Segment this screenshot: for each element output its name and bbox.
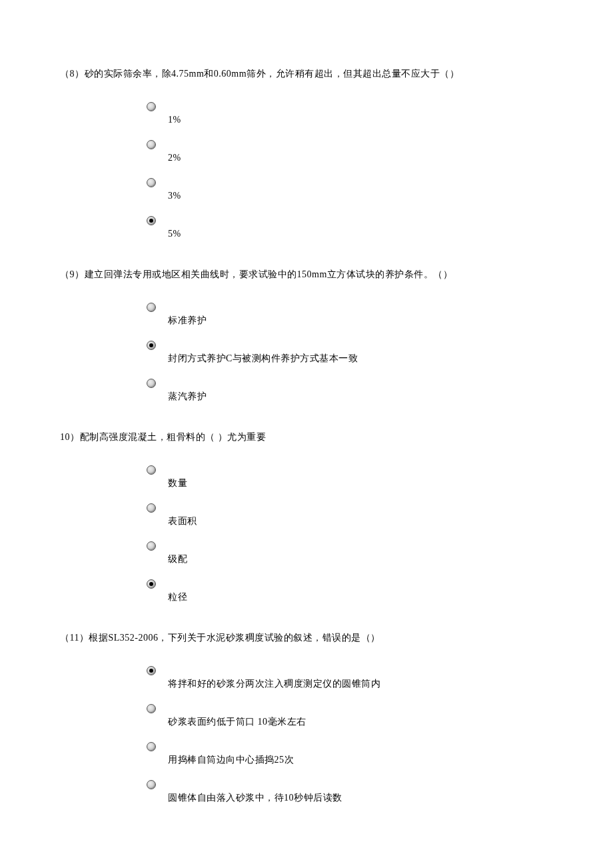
option-label: 用捣棒自筒边向中心插捣25次	[168, 753, 294, 767]
option-row[interactable]: 砂浆表面约低于筒口 10毫米左右	[147, 703, 553, 729]
option-row[interactable]: 用捣棒自筒边向中心插捣25次	[147, 741, 553, 767]
option-row[interactable]: 2%	[147, 139, 553, 165]
question-9: （9）建立回弹法专用或地区相关曲线时，要求试验中的150mm立方体试块的养护条件…	[60, 267, 553, 403]
question-10-text: 10）配制高强度混凝土，粗骨料的（ ）尤为重要	[60, 430, 553, 444]
option-label: 封闭方式养护C与被测构件养护方式基本一致	[168, 351, 358, 365]
question-11-text: （11）根据SL352-2006，下列关于水泥砂浆稠度试验的叙述，错误的是（）	[60, 631, 553, 645]
radio-icon[interactable]	[147, 780, 156, 789]
option-row[interactable]: 标准养护	[147, 301, 553, 327]
radio-icon[interactable]	[147, 541, 156, 551]
option-label: 将拌和好的砂浆分两次注入稠度测定仪的圆锥筒内	[168, 677, 380, 691]
radio-icon[interactable]	[147, 178, 156, 187]
option-label: 数量	[168, 476, 187, 490]
option-row[interactable]: 蒸汽养护	[147, 377, 553, 403]
option-row[interactable]: 圆锥体自由落入砂浆中，待10秒钟后读数	[147, 779, 553, 805]
radio-icon[interactable]	[147, 216, 156, 225]
question-10-options: 数量 表面积 级配 粒径	[60, 464, 553, 604]
option-row[interactable]: 1%	[147, 101, 553, 127]
radio-icon[interactable]	[147, 704, 156, 713]
question-9-options: 标准养护 封闭方式养护C与被测构件养护方式基本一致 蒸汽养护	[60, 301, 553, 403]
option-row[interactable]: 表面积	[147, 502, 553, 528]
option-label: 3%	[168, 189, 181, 203]
radio-icon[interactable]	[147, 666, 156, 675]
option-row[interactable]: 粒径	[147, 578, 553, 604]
option-label: 蒸汽养护	[168, 389, 207, 403]
option-label: 粒径	[168, 590, 187, 604]
option-label: 1%	[168, 113, 181, 127]
option-label: 标准养护	[168, 313, 207, 327]
radio-icon[interactable]	[147, 102, 156, 111]
question-9-text: （9）建立回弹法专用或地区相关曲线时，要求试验中的150mm立方体试块的养护条件…	[60, 267, 553, 281]
radio-icon[interactable]	[147, 140, 156, 149]
option-label: 表面积	[168, 514, 197, 528]
question-11: （11）根据SL352-2006，下列关于水泥砂浆稠度试验的叙述，错误的是（） …	[60, 631, 553, 805]
option-row[interactable]: 将拌和好的砂浆分两次注入稠度测定仪的圆锥筒内	[147, 665, 553, 691]
radio-icon[interactable]	[147, 503, 156, 513]
option-row[interactable]: 数量	[147, 464, 553, 490]
option-label: 5%	[168, 227, 181, 241]
radio-icon[interactable]	[147, 379, 156, 388]
radio-icon[interactable]	[147, 465, 156, 475]
question-10: 10）配制高强度混凝土，粗骨料的（ ）尤为重要 数量 表面积 级配 粒径	[60, 430, 553, 604]
radio-icon[interactable]	[147, 303, 156, 312]
option-row[interactable]: 级配	[147, 540, 553, 566]
question-8: （8）砂的实际筛余率，除4.75mm和0.60mm筛外，允许稍有超出，但其超出总…	[60, 67, 553, 241]
question-8-text: （8）砂的实际筛余率，除4.75mm和0.60mm筛外，允许稍有超出，但其超出总…	[60, 67, 553, 81]
option-label: 圆锥体自由落入砂浆中，待10秒钟后读数	[168, 791, 342, 805]
document-page: （8）砂的实际筛余率，除4.75mm和0.60mm筛外，允许稍有超出，但其超出总…	[0, 0, 613, 868]
radio-icon[interactable]	[147, 341, 156, 350]
option-label: 级配	[168, 552, 187, 566]
option-label: 2%	[168, 151, 181, 165]
option-label: 砂浆表面约低于筒口 10毫米左右	[168, 715, 306, 729]
question-8-options: 1% 2% 3% 5%	[60, 101, 553, 241]
radio-icon[interactable]	[147, 579, 156, 589]
option-row[interactable]: 封闭方式养护C与被测构件养护方式基本一致	[147, 339, 553, 365]
option-row[interactable]: 3%	[147, 177, 553, 203]
option-row[interactable]: 5%	[147, 215, 553, 241]
question-11-options: 将拌和好的砂浆分两次注入稠度测定仪的圆锥筒内 砂浆表面约低于筒口 10毫米左右 …	[60, 665, 553, 805]
radio-icon[interactable]	[147, 742, 156, 751]
